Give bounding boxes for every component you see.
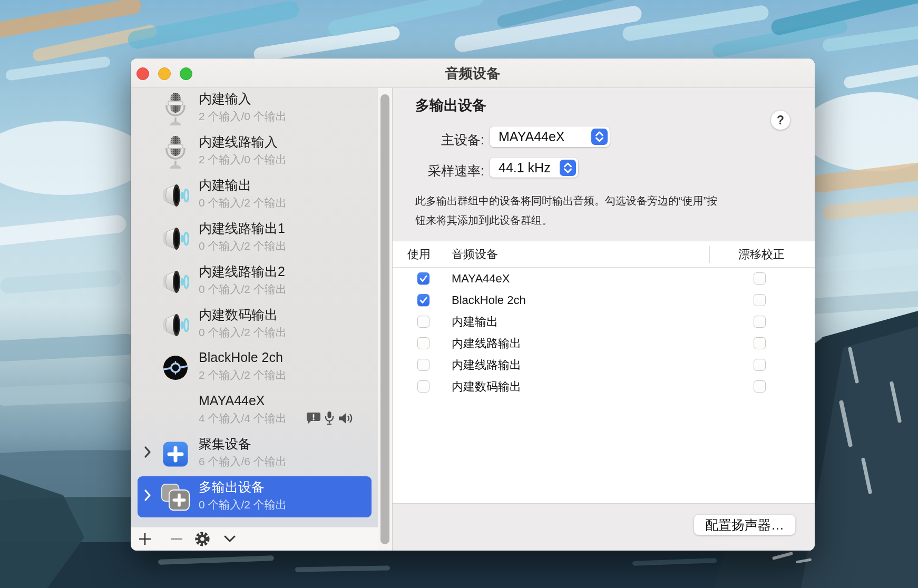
panel-title: 多输出设备: [415, 96, 486, 115]
table-row[interactable]: 内建输出: [393, 311, 815, 332]
sidebar-item-10[interactable]: 多输出设备 0 个输入/2 个输出: [131, 476, 378, 518]
table-row[interactable]: 内建数码输出: [393, 376, 815, 397]
speaker-icon: [161, 221, 190, 257]
microphone-icon: [161, 134, 190, 170]
minus-icon: [169, 531, 184, 547]
titlebar[interactable]: 音频设备: [131, 58, 815, 88]
drift-checkbox[interactable]: [754, 337, 766, 349]
device-name: 内建输出: [199, 177, 375, 194]
panel-footer-section: 配置扬声器…: [393, 503, 815, 551]
device-detail: 0 个输入/2 个输出: [199, 239, 375, 253]
sidebar-item-3[interactable]: 内建输出 0 个输入/2 个输出: [131, 174, 378, 217]
remove-device-button[interactable]: [165, 528, 188, 550]
description-text: 此多输出群组中的设备将同时输出音频。勾选设备旁边的“使用”按钮来将其添加到此设备…: [415, 191, 721, 230]
device-list: 内建输入 2 个输入/0 个输出 内建线路输入 2 个输入/0 个输出: [131, 88, 378, 527]
column-header-use: 使用: [402, 241, 436, 267]
sidebar-item-4[interactable]: 内建线路输出1 0 个输入/2 个输出: [131, 218, 378, 260]
device-icon: [161, 393, 190, 429]
device-detail: 2 个输入/2 个输出: [199, 368, 375, 383]
table-row[interactable]: 内建线路输出: [393, 354, 815, 376]
microphone-icon: [161, 91, 190, 127]
blackhole-icon: [161, 350, 190, 386]
stepper-icon: [560, 160, 576, 176]
use-checkbox[interactable]: [417, 337, 429, 349]
master-device-label: 主设备:: [393, 131, 484, 149]
sidebar-toolbar: [131, 527, 378, 551]
use-checkbox[interactable]: [417, 359, 429, 371]
master-device-value: MAYA44eX: [490, 129, 591, 144]
speaker-icon: [161, 264, 190, 300]
device-name: BlackHole 2ch: [199, 349, 375, 366]
use-checkbox[interactable]: [417, 294, 429, 306]
aggregate-icon: [161, 436, 190, 472]
desktop: 音频设备 内建输入 2 个输入/0 个输出: [0, 0, 918, 588]
device-name-cell: MAYA44eX: [452, 268, 510, 289]
device-detail: 0 个输入/2 个输出: [199, 195, 375, 210]
device-name: MAYA44eX: [199, 392, 375, 409]
detail-panel: 多输出设备 ? 主设备: MAYA44eX 采样速率: 44.1 k: [393, 88, 815, 551]
column-header-drift: 漂移校正: [725, 241, 798, 267]
device-name-cell: 内建线路输出: [452, 354, 521, 376]
chevron-right-icon[interactable]: [144, 489, 151, 503]
device-badges: [307, 411, 353, 427]
device-name-cell: 内建数码输出: [452, 376, 521, 397]
more-options-button[interactable]: [218, 528, 241, 550]
chevron-right-icon[interactable]: [144, 446, 151, 459]
sidebar-item-7[interactable]: BlackHole 2ch 2 个输入/2 个输出: [131, 347, 378, 389]
sidebar-item-9[interactable]: 聚集设备 6 个输入/6 个输出: [131, 433, 378, 475]
sidebar-item-6[interactable]: 内建数码输出 0 个输入/2 个输出: [131, 304, 378, 346]
speaker-icon: [161, 178, 190, 213]
device-detail: 0 个输入/2 个输出: [199, 497, 375, 512]
add-device-button[interactable]: [133, 528, 157, 550]
table-row[interactable]: BlackHole 2ch: [393, 289, 815, 311]
drift-checkbox[interactable]: [754, 359, 766, 371]
sidebar-item-8[interactable]: MAYA44eX 4 个输入/4 个输出: [131, 390, 378, 432]
sample-rate-label: 采样速率:: [393, 162, 484, 180]
sample-rate-popup[interactable]: 44.1 kHz: [490, 158, 578, 178]
sidebar-item-1[interactable]: 内建输入 2 个输入/0 个输出: [131, 88, 378, 130]
stepper-icon: [591, 129, 608, 145]
configure-speakers-button[interactable]: 配置扬声器…: [694, 514, 796, 535]
scrollbar-thumb[interactable]: [380, 94, 389, 544]
use-checkbox[interactable]: [417, 272, 429, 285]
drift-checkbox[interactable]: [754, 294, 766, 306]
device-name: 多输出设备: [199, 478, 375, 496]
microphone-badge-icon: [325, 411, 334, 427]
help-button[interactable]: ?: [770, 110, 790, 130]
multi-output-icon: [161, 479, 190, 515]
column-header-device: 音频设备: [452, 241, 498, 267]
scrollbar-track[interactable]: [378, 88, 393, 551]
device-detail: 2 个输入/0 个输出: [199, 152, 375, 167]
window-title: 音频设备: [131, 58, 815, 88]
table-row[interactable]: MAYA44eX: [393, 268, 815, 289]
device-detail: 6 个输入/6 个输出: [199, 454, 375, 469]
speaker-badge-icon: [338, 412, 353, 427]
device-detail: 2 个输入/0 个输出: [199, 109, 375, 124]
use-checkbox[interactable]: [417, 316, 429, 328]
device-name: 内建数码输出: [199, 306, 375, 324]
chevron-down-icon: [224, 535, 236, 543]
device-name: 内建线路输入: [199, 133, 375, 151]
drift-checkbox[interactable]: [754, 380, 766, 393]
panel-header-section: 多输出设备 ? 主设备: MAYA44eX 采样速率: 44.1 k: [393, 88, 815, 241]
audio-devices-window: 音频设备 内建输入 2 个输入/0 个输出: [131, 58, 815, 551]
device-table: 使用 音频设备 漂移校正 MAYA44eX BlackHole 2ch 内建输出…: [393, 241, 815, 503]
device-name-cell: 内建线路输出: [452, 332, 521, 354]
device-name: 内建输入: [199, 90, 375, 107]
column-divider: [709, 246, 710, 263]
sidebar: 内建输入 2 个输入/0 个输出 内建线路输入 2 个输入/0 个输出: [131, 88, 393, 551]
use-checkbox[interactable]: [417, 380, 429, 393]
drift-checkbox[interactable]: [754, 316, 766, 328]
device-name: 聚集设备: [199, 435, 375, 453]
sidebar-item-5[interactable]: 内建线路输出2 0 个输入/2 个输出: [131, 261, 378, 303]
device-detail: 0 个输入/2 个输出: [199, 325, 375, 340]
alert-bubble-icon: [307, 412, 320, 427]
table-row[interactable]: 内建线路输出: [393, 332, 815, 354]
device-name: 内建线路输出2: [199, 263, 375, 280]
device-name-cell: 内建输出: [452, 311, 498, 332]
drift-checkbox[interactable]: [754, 272, 766, 285]
settings-button[interactable]: [191, 528, 214, 550]
master-device-popup[interactable]: MAYA44eX: [490, 126, 610, 147]
sidebar-item-2[interactable]: 内建线路输入 2 个输入/0 个输出: [131, 131, 378, 173]
device-detail: 0 个输入/2 个输出: [199, 282, 375, 297]
